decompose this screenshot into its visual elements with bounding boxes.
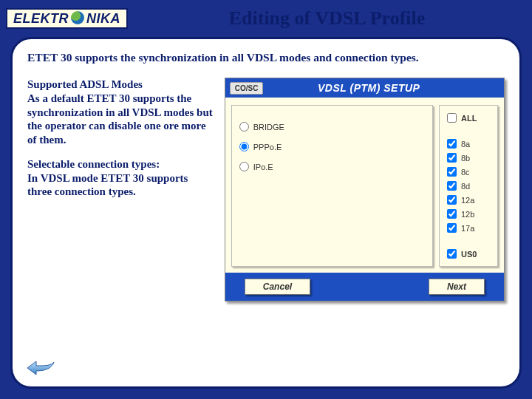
para2-title: Selectable connection types: <box>27 158 160 170</box>
check-12b[interactable]: 12b <box>447 209 490 219</box>
check-8b[interactable]: 8b <box>447 153 490 163</box>
radio-ipoe-label: IPo.E <box>253 163 273 171</box>
check-17a[interactable]: 17a <box>447 223 490 233</box>
check-8c[interactable]: 8c <box>447 167 490 177</box>
device-panel: CO/SC VDSL (PTM) SETUP BRIDGE PPPo.E IPo… <box>225 78 505 301</box>
check-12a[interactable]: 12a <box>447 195 490 205</box>
radio-bridge[interactable]: BRIDGE <box>239 122 425 132</box>
check-all[interactable]: ALL <box>447 113 490 123</box>
radio-ipoe[interactable]: IPo.E <box>239 162 425 171</box>
content-frame: ETET 30 supports the synchronization in … <box>10 37 522 389</box>
lead-text: ETET 30 supports the synchronization in … <box>27 51 505 64</box>
device-title: VDSL (PTM) SETUP <box>267 82 470 94</box>
mode-group: ALL 8a 8b 8c 8d 12a 12b 17a US0 <box>439 105 498 267</box>
check-8d[interactable]: 8d <box>447 181 490 191</box>
globe-icon <box>71 11 84 24</box>
check-8a[interactable]: 8a <box>447 139 490 149</box>
next-button[interactable]: Next <box>429 279 485 295</box>
logo-right: NIKA <box>86 11 120 27</box>
check-us0[interactable]: US0 <box>447 249 490 259</box>
para1-title: Supported ADSL Modes <box>27 78 143 90</box>
para1-body: As a default ETET 30 supports the synchr… <box>27 92 213 146</box>
cancel-button[interactable]: Cancel <box>245 279 310 295</box>
radio-pppoe[interactable]: PPPo.E <box>239 142 425 151</box>
brand-logo: ELEKTR NIKA <box>6 8 128 29</box>
page-title: Editing of VDSL Profile <box>128 7 526 30</box>
para2-body: In VDSL mode ETET 30 supports three conn… <box>27 172 188 198</box>
device-mode-tag: CO/SC <box>230 82 264 95</box>
radio-pppoe-label: PPPo.E <box>253 143 282 151</box>
check-all-label: ALL <box>461 114 477 123</box>
back-arrow-icon[interactable] <box>26 358 55 378</box>
device-header: CO/SC VDSL (PTM) SETUP <box>225 78 504 98</box>
connection-type-group: BRIDGE PPPo.E IPo.E <box>231 105 433 267</box>
logo-left: ELEKTR <box>13 11 69 27</box>
radio-bridge-label: BRIDGE <box>253 123 284 132</box>
